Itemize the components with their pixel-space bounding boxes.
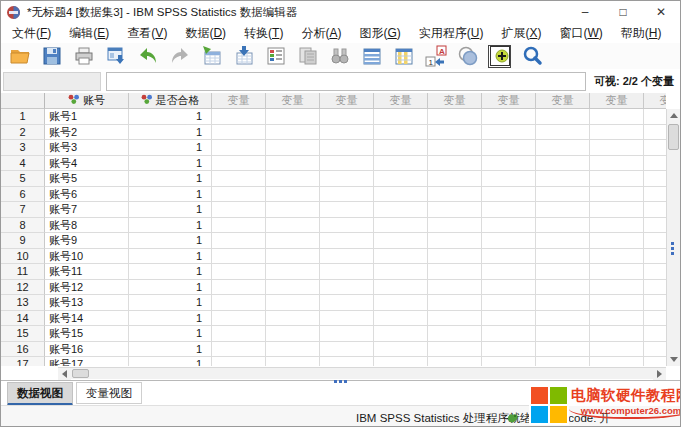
row-number[interactable]: 13 — [1, 295, 45, 311]
cell-account[interactable]: 账号6 — [45, 187, 129, 203]
cell-empty[interactable] — [428, 109, 482, 125]
cell-empty[interactable] — [266, 233, 320, 249]
cell-empty[interactable] — [428, 311, 482, 327]
cell-empty[interactable] — [428, 249, 482, 265]
maximize-button[interactable]: □ — [604, 1, 642, 23]
cell-empty[interactable] — [482, 280, 536, 296]
menu-item[interactable]: 帮助(H) — [612, 23, 671, 44]
cell-empty[interactable] — [428, 171, 482, 187]
menu-item[interactable]: 图形(G) — [350, 23, 409, 44]
cell-empty[interactable] — [428, 357, 482, 366]
cell-qualified[interactable]: 1 — [129, 311, 212, 327]
cell-empty[interactable] — [212, 326, 266, 342]
recall-dialogs-icon[interactable] — [104, 45, 127, 68]
menu-item[interactable]: 查看(V) — [118, 23, 176, 44]
tab-variable-view[interactable]: 变量视图 — [76, 382, 142, 404]
cell-empty[interactable] — [590, 264, 644, 280]
cell-empty[interactable] — [428, 342, 482, 358]
cell-empty[interactable] — [536, 311, 590, 327]
cell-empty[interactable] — [590, 295, 644, 311]
cell-empty[interactable] — [644, 249, 666, 265]
cell-empty[interactable] — [644, 187, 666, 203]
horizontal-scrollbar[interactable] — [58, 367, 666, 379]
cell-empty[interactable] — [212, 249, 266, 265]
cell-empty[interactable] — [374, 233, 428, 249]
cell-empty[interactable] — [374, 171, 428, 187]
cell-qualified[interactable]: 1 — [129, 140, 212, 156]
cell-account[interactable]: 账号8 — [45, 218, 129, 234]
cell-empty[interactable] — [212, 140, 266, 156]
scroll-left-button[interactable] — [58, 368, 71, 380]
cell-empty[interactable] — [266, 280, 320, 296]
vertical-scrollbar[interactable] — [666, 109, 680, 366]
cell-empty[interactable] — [482, 218, 536, 234]
open-data-icon[interactable] — [8, 45, 31, 68]
cell-empty[interactable] — [428, 233, 482, 249]
cell-empty[interactable] — [536, 249, 590, 265]
find-icon[interactable] — [328, 45, 351, 68]
cell-empty[interactable] — [266, 187, 320, 203]
cell-empty[interactable] — [374, 280, 428, 296]
row-number[interactable]: 12 — [1, 280, 45, 296]
cell-empty[interactable] — [212, 171, 266, 187]
cell-empty[interactable] — [482, 156, 536, 172]
column-header-empty[interactable]: 变量 — [212, 93, 266, 109]
cell-empty[interactable] — [590, 311, 644, 327]
row-number[interactable]: 9 — [1, 233, 45, 249]
save-icon[interactable] — [40, 45, 63, 68]
value-labels-icon[interactable]: A1 — [424, 45, 447, 68]
cell-empty[interactable] — [482, 109, 536, 125]
cell-empty[interactable] — [320, 311, 374, 327]
cell-empty[interactable] — [482, 357, 536, 366]
menu-item[interactable]: 实用程序(U) — [410, 23, 493, 44]
cell-empty[interactable] — [536, 326, 590, 342]
cell-qualified[interactable]: 1 — [129, 125, 212, 141]
row-number[interactable]: 15 — [1, 326, 45, 342]
cell-empty[interactable] — [266, 357, 320, 366]
cell-empty[interactable] — [644, 280, 666, 296]
insert-variable-icon[interactable] — [392, 45, 415, 68]
column-header-empty[interactable]: 变量 — [374, 93, 428, 109]
menu-item[interactable]: 扩展(X) — [492, 23, 550, 44]
tab-data-view[interactable]: 数据视图 — [7, 382, 73, 406]
search-icon[interactable] — [520, 45, 543, 68]
cell-account[interactable]: 账号1 — [45, 109, 129, 125]
cell-empty[interactable] — [644, 218, 666, 234]
column-header-empty[interactable]: 变量 — [320, 93, 374, 109]
cell-empty[interactable] — [644, 156, 666, 172]
cell-empty[interactable] — [266, 171, 320, 187]
cell-empty[interactable] — [374, 264, 428, 280]
cell-empty[interactable] — [374, 140, 428, 156]
cell-empty[interactable] — [320, 109, 374, 125]
cell-empty[interactable] — [644, 264, 666, 280]
cell-empty[interactable] — [536, 171, 590, 187]
close-button[interactable]: ✕ — [642, 1, 680, 23]
cell-empty[interactable] — [428, 202, 482, 218]
horizontal-scroll-thumb[interactable] — [72, 369, 89, 378]
cell-account[interactable]: 账号10 — [45, 249, 129, 265]
minimize-button[interactable]: – — [566, 1, 604, 23]
cell-empty[interactable] — [320, 171, 374, 187]
cell-empty[interactable] — [590, 357, 644, 366]
scroll-down-button[interactable] — [667, 353, 681, 366]
cell-empty[interactable] — [212, 109, 266, 125]
cell-qualified[interactable]: 1 — [129, 280, 212, 296]
cell-empty[interactable] — [536, 109, 590, 125]
cell-empty[interactable] — [212, 311, 266, 327]
cell-empty[interactable] — [320, 342, 374, 358]
cell-account[interactable]: 账号16 — [45, 342, 129, 358]
cell-empty[interactable] — [428, 125, 482, 141]
cell-empty[interactable] — [482, 249, 536, 265]
cell-empty[interactable] — [320, 156, 374, 172]
cell-account[interactable]: 账号15 — [45, 326, 129, 342]
column-header-empty[interactable]: 变量 — [266, 93, 320, 109]
row-number[interactable]: 11 — [1, 264, 45, 280]
row-number[interactable]: 5 — [1, 171, 45, 187]
cell-empty[interactable] — [320, 280, 374, 296]
horizontal-splitter-handle[interactable] — [334, 380, 347, 383]
cell-qualified[interactable]: 1 — [129, 218, 212, 234]
cell-empty[interactable] — [212, 218, 266, 234]
row-number[interactable]: 1 — [1, 109, 45, 125]
cell-empty[interactable] — [212, 156, 266, 172]
cell-account[interactable]: 账号7 — [45, 202, 129, 218]
